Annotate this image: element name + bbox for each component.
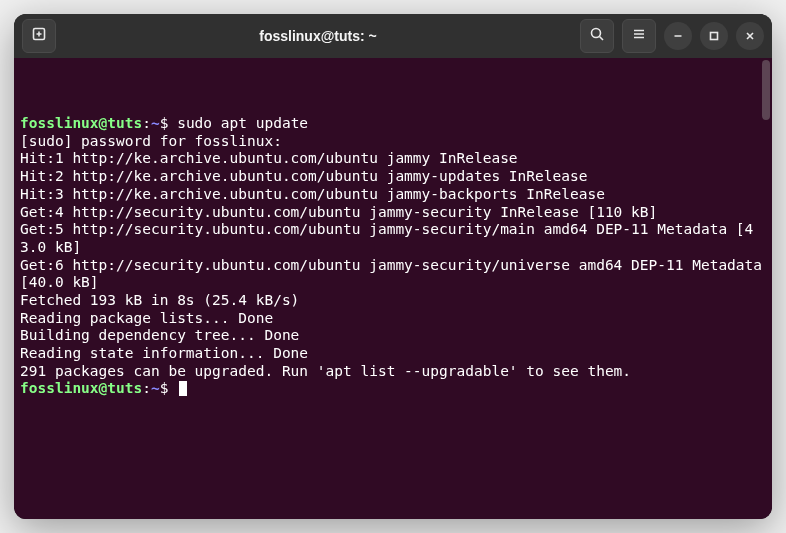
output-line: 291 packages can be upgraded. Run 'apt l… [20,363,766,381]
search-icon [589,26,605,46]
close-icon [744,27,756,46]
new-tab-icon [31,26,47,46]
output-line: Get:4 http://security.ubuntu.com/ubuntu … [20,204,766,222]
title-bar: fosslinux@tuts: ~ [14,14,772,58]
prompt-user-host: fosslinux@tuts [20,380,142,396]
minimize-button[interactable] [664,22,692,50]
output-line: Hit:1 http://ke.archive.ubuntu.com/ubunt… [20,150,766,168]
menu-button[interactable] [622,19,656,53]
output-line: [sudo] password for fosslinux: [20,133,766,151]
prompt-path: ~ [151,115,160,131]
svg-rect-9 [711,32,718,39]
terminal-window: fosslinux@tuts: ~ [14,14,772,519]
maximize-button[interactable] [700,22,728,50]
maximize-icon [708,27,720,46]
prompt-separator: : [142,115,151,131]
cursor [179,381,187,396]
output-line: Fetched 193 kB in 8s (25.4 kB/s) [20,292,766,310]
new-tab-button[interactable] [22,19,56,53]
search-button[interactable] [580,19,614,53]
title-bar-left [22,19,56,53]
output-line: Reading package lists... Done [20,310,766,328]
output-line: Get:5 http://security.ubuntu.com/ubuntu … [20,221,766,256]
hamburger-menu-icon [631,26,647,46]
prompt-user-host: fosslinux@tuts [20,115,142,131]
scrollbar-thumb[interactable] [762,60,770,120]
title-bar-right [580,19,764,53]
output-line: Get:6 http://security.ubuntu.com/ubuntu … [20,257,766,292]
svg-point-3 [592,29,601,38]
prompt-path: ~ [151,380,160,396]
output-line: Hit:2 http://ke.archive.ubuntu.com/ubunt… [20,168,766,186]
output-line: Building dependency tree... Done [20,327,766,345]
output-line: Hit:3 http://ke.archive.ubuntu.com/ubunt… [20,186,766,204]
command-value: sudo apt update [177,115,308,131]
window-title: fosslinux@tuts: ~ [64,28,572,44]
prompt-line-2: fosslinux@tuts:~$ [20,380,766,398]
close-button[interactable] [736,22,764,50]
terminal-viewport[interactable]: fosslinux@tuts:~$ sudo apt update[sudo] … [14,58,772,519]
svg-line-4 [600,37,604,41]
command-text: sudo apt update [168,115,308,131]
minimize-icon [672,27,684,46]
prompt-dollar: $ [160,380,169,396]
prompt-separator: : [142,380,151,396]
prompt-line-1: fosslinux@tuts:~$ sudo apt update [20,115,766,133]
output-line: Reading state information... Done [20,345,766,363]
